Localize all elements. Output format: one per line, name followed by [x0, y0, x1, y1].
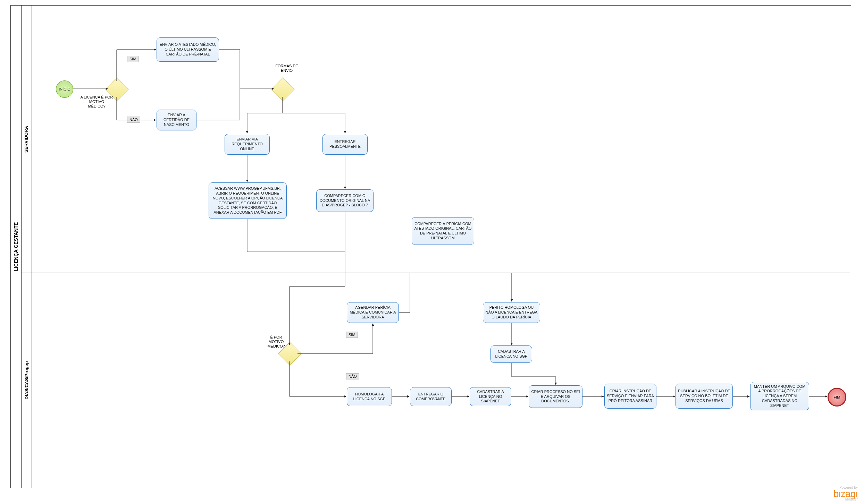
task-cadastrar-siapenet: CADASTRAR A LICENÇA NO SIAPENET — [470, 387, 511, 406]
lane-servidora: SERVIDORA INÍCIO A LICENÇA É POR MOTIVO … — [21, 6, 851, 273]
lane-dias-body: AGENDAR PERÍCIA MÉDICA E COMUNICAR A SER… — [32, 273, 851, 488]
end-event-label: FIM — [834, 395, 840, 399]
condition-nao-1: NÃO — [127, 117, 140, 123]
task-enviar-atestado: ENVIAR O ATESTADO MÉDICO, O ÚLTIMO ULTRA… — [157, 37, 219, 62]
gateway-2-label: FORMAS DE ENVIO — [275, 64, 299, 73]
task-homologar: HOMOLOGAR A LICENÇA NO SGP — [347, 387, 392, 406]
footer: Powered by bızagı Modeler — [833, 486, 858, 501]
gateway-1-label: A LICENÇA É POR MOTIVO MÉDICO? — [80, 95, 113, 109]
condition-nao-2: NÃO — [346, 373, 359, 379]
task-acessar-progep: ACESSAR WWW.PROGEP.UFMS.BR; ABRIR O REQU… — [209, 182, 287, 219]
gateway-formas-envio — [271, 77, 295, 101]
lane-servidora-text: SERVIDORA — [24, 126, 29, 152]
condition-sim-1: SIM — [127, 56, 139, 62]
task-entregar-pessoalmente: ENTREGAR PESSOALMENTE — [322, 134, 368, 155]
task-criar-processo-sei: CRIAR PROCESSO NO SEI E ARQUIVAR OS DOCU… — [529, 385, 582, 408]
lane-servidora-body: INÍCIO A LICENÇA É POR MOTIVO MÉDICO? SI… — [32, 6, 851, 273]
start-event: INÍCIO — [56, 80, 73, 98]
lane-dias-title: DIAS/CAS/Progep — [21, 273, 32, 488]
lane-dias: DIAS/CAS/Progep AGENDAR PERÍCIA MÉDICA E… — [21, 273, 851, 488]
task-manter-arquivo: MANTER UM ARQUIVO COM A PRORROGAÇÕES DE … — [750, 382, 809, 410]
task-cadastrar-sgp: CADASTRAR A LICENÇA NO SGP — [490, 345, 532, 363]
gateway-3-label: É POR MOTIVO MÉDICO? — [265, 335, 287, 349]
lane-dias-text: DIAS/CAS/Progep — [24, 361, 29, 400]
task-publicar-instrucao: PUBLICAR A INSTRUÇÃO DE SERVIÇO NO BOLET… — [676, 384, 733, 409]
end-event: FIM — [828, 388, 846, 407]
start-event-label: INÍCIO — [59, 87, 70, 91]
task-enviar-online: ENVIAR VIA REQUERIMENTO ONLINE — [225, 134, 270, 155]
task-perito-homologa: PERITO HOMOLOGA OU NÃO A LICENÇA E ENTRE… — [483, 302, 540, 323]
footer-brand: bızagı — [833, 489, 858, 498]
task-comparecer-doc: COMPARECER COM O DOCUMENTO ORIGINAL NA D… — [316, 189, 374, 212]
task-entregar-comprovante: ENTREGAR O COMPROVANTE — [410, 387, 452, 406]
pool-title-text: LICENÇA GESTANTE — [13, 222, 19, 271]
lane-servidora-title: SERVIDORA — [21, 6, 32, 273]
task-agendar-pericia: AGENDAR PERÍCIA MÉDICA E COMUNICAR A SER… — [347, 302, 399, 323]
flows-dias — [32, 273, 851, 488]
task-enviar-certidao: ENVIAR A CERTIDÃO DE NASCIMENTO — [157, 110, 196, 130]
pool: LICENÇA GESTANTE SERVIDORA INÍCIO A LICE… — [10, 5, 851, 488]
task-criar-instrucao: CRIAR INSTRUÇÃO DE SERVIÇO E ENVIAR PARA… — [604, 384, 656, 409]
condition-sim-2: SIM — [346, 332, 358, 338]
pool-title: LICENÇA GESTANTE — [11, 6, 22, 488]
task-comparecer-pericia: COMPARECER À PERÍCIA COM ATESTADO ORIGIN… — [412, 217, 474, 245]
